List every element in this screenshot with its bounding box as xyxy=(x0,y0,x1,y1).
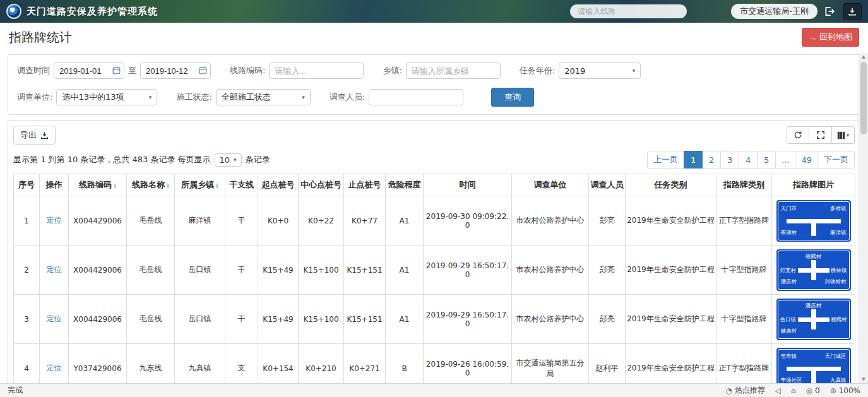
query-button[interactable]: 查询 xyxy=(491,88,534,107)
cell-time: 2019-09-30 09:09:22.0 xyxy=(424,196,512,246)
survey-time-filter: 调查时间 至 xyxy=(17,62,211,79)
sign-label: 潘店村 xyxy=(806,303,822,309)
scrollbar-thumb[interactable] xyxy=(860,62,867,134)
fullscreen-button[interactable] xyxy=(809,126,832,144)
chevron-down-icon: ▾ xyxy=(633,68,636,74)
scroll-down-icon[interactable]: ▼ xyxy=(859,376,868,383)
zoom-control[interactable]: ⊕ 100% xyxy=(830,386,860,395)
route-code-label: 线路编码: xyxy=(230,65,265,76)
route-code-input[interactable] xyxy=(269,62,364,79)
cell-op: 定位 xyxy=(40,295,69,344)
page-button[interactable]: 1 xyxy=(684,151,703,169)
cell-sign: 天门市多祥镇茶湖村麻洋镇 xyxy=(772,196,855,246)
next-page-button[interactable]: 下一页 xyxy=(817,151,855,169)
page-size-select[interactable]: 10 ▾ xyxy=(215,153,242,167)
date-to-input[interactable] xyxy=(140,62,211,79)
sign-image[interactable]: 天门市多祥镇茶湖村麻洋镇 xyxy=(776,200,851,242)
page-ellipsis[interactable]: ... xyxy=(775,151,795,169)
speaker-icon[interactable]: ◁ xyxy=(775,386,781,395)
prev-page-button[interactable]: 上一页 xyxy=(647,151,684,169)
table-row: 3定位X004429006毛岳线岳口镇干K15+49K15+100K15+151… xyxy=(14,295,855,344)
vertical-scrollbar[interactable]: ▲ ▼ xyxy=(859,53,868,383)
back-to-map-label: 回到地图 xyxy=(819,32,852,43)
column-header: 操作 xyxy=(40,174,69,196)
cell-seq: 1 xyxy=(14,196,40,246)
cell-center_stake: K15+100 xyxy=(299,246,344,295)
app-title: 天门道路安保及养护管理系统 xyxy=(27,6,158,18)
columns-button[interactable]: ▾ xyxy=(832,126,855,144)
refresh-button[interactable] xyxy=(787,126,809,144)
table-body: 1定位X004429006毛岳线麻洋镇干K0+0K0+22K0+77A12019… xyxy=(14,196,855,393)
sort-icon[interactable]: ▴▾ xyxy=(216,182,218,189)
cell-seq: 2 xyxy=(14,246,40,295)
download-button[interactable] xyxy=(843,3,862,20)
sign-label: 刘铁岭村 xyxy=(825,279,847,285)
export-button[interactable]: 导出 xyxy=(13,126,56,145)
route-search-input[interactable] xyxy=(570,4,687,18)
page-button[interactable]: 5 xyxy=(757,151,776,169)
page-button[interactable]: 4 xyxy=(739,151,758,169)
pager: 上一页12345...49下一页 xyxy=(647,151,855,169)
page-button[interactable]: 49 xyxy=(795,151,818,169)
shield-counter[interactable]: ◎ 0 xyxy=(806,386,820,395)
sign-label: 横林镇 xyxy=(831,267,847,273)
date-from-input[interactable] xyxy=(54,62,124,79)
hot-icon: ◔ xyxy=(725,386,732,395)
sort-icon[interactable]: ▴▾ xyxy=(167,182,169,189)
locate-link[interactable]: 定位 xyxy=(47,314,62,323)
locate-link[interactable]: 定位 xyxy=(47,364,62,372)
logout-icon[interactable] xyxy=(824,6,835,17)
township-input[interactable] xyxy=(406,62,501,79)
locate-link[interactable]: 定位 xyxy=(47,216,62,225)
survey-unit-value: 选中13中的13项 xyxy=(62,92,124,103)
refresh-icon xyxy=(794,131,802,139)
user-chip[interactable]: 市交通运输局-王刚 xyxy=(731,4,817,19)
column-header: 任务类别 xyxy=(626,174,716,196)
surveyor-label: 调查人员: xyxy=(330,92,365,103)
sign-label: 程腾村 xyxy=(831,316,847,322)
chevron-down-icon: ▾ xyxy=(149,95,152,100)
township-filter: 乡镇: xyxy=(383,62,500,79)
column-header: 调查人员 xyxy=(589,174,626,196)
sign-image[interactable]: 程腾村灯笼村横林镇潘店村刘铁岭村 xyxy=(776,249,851,291)
cell-unit: 市农村公路养护中心 xyxy=(512,246,589,295)
cell-danger: A1 xyxy=(386,246,424,295)
page-button[interactable]: 2 xyxy=(702,151,721,169)
column-header: 序号 xyxy=(14,174,40,196)
scroll-up-icon[interactable]: ▲ xyxy=(859,53,868,61)
cell-sign: 潘店村岳口镇健康村程腾村 xyxy=(772,295,855,344)
cell-route_code: X004429006 xyxy=(69,196,127,246)
page-header: 指路牌统计 → 回到地图 xyxy=(0,23,868,52)
column-header: 干支线 xyxy=(225,174,258,196)
column-header[interactable]: 线路编码▴▾ xyxy=(69,174,127,196)
counter-value: 0 xyxy=(815,386,820,395)
construction-status-select[interactable]: 全部施工状态 ▾ xyxy=(216,89,311,105)
column-header[interactable]: 所属乡镇▴▾ xyxy=(175,174,225,196)
sign-label: 程腾村 xyxy=(806,254,822,259)
pagination-summary: 显示第 1 到第 10 条记录，总共 483 条记录 每页显示 10 ▾ 条记录 xyxy=(13,153,270,167)
cell-center_stake: K15+100 xyxy=(299,295,344,344)
sign-image[interactable]: 潘店村岳口镇健康村程腾村 xyxy=(776,299,851,340)
chevron-down-icon: ▾ xyxy=(234,157,237,163)
home-icon[interactable]: ⌂ xyxy=(791,386,796,395)
page-button[interactable]: 3 xyxy=(720,151,739,169)
back-to-map-button[interactable]: → 回到地图 xyxy=(802,28,859,47)
sort-icon[interactable]: ▴▾ xyxy=(114,182,116,189)
survey-unit-select[interactable]: 选中13中的13项 ▾ xyxy=(56,89,157,105)
column-header[interactable]: 线路名称▴▾ xyxy=(127,174,175,196)
survey-unit-label: 调查单位: xyxy=(17,92,52,103)
date-from-wrap xyxy=(54,62,124,79)
sign-label: 李场社区 xyxy=(781,377,802,383)
task-year-select[interactable]: 2019 ▾ xyxy=(559,62,641,79)
table-header-row: 序号操作线路编码▴▾线路名称▴▾所属乡镇▴▾干支线起点桩号中心点桩号止点桩号危险… xyxy=(14,174,855,196)
hot-recommend-button[interactable]: ◔ 热点推荐 xyxy=(725,385,764,396)
cell-surveyor: 彭亮 xyxy=(589,246,626,295)
shield-icon: ◎ xyxy=(806,386,812,395)
cell-sign_type: 十字型指路牌 xyxy=(716,246,772,295)
column-header: 指路牌图片 xyxy=(772,174,855,196)
app-logo-icon xyxy=(6,4,21,19)
surveyor-input[interactable] xyxy=(369,89,463,105)
cell-op: 定位 xyxy=(40,246,69,295)
cell-time: 2019-09-29 16:50:17.0 xyxy=(424,295,512,344)
locate-link[interactable]: 定位 xyxy=(47,265,62,274)
